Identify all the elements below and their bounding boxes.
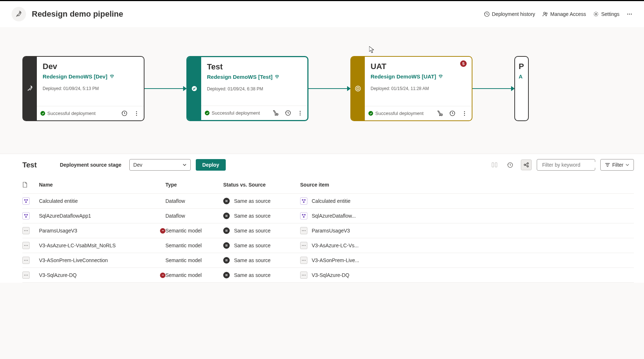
stage-side-test: [187, 57, 201, 120]
item-name: ParamsUsageV3: [39, 228, 77, 234]
stage-workspace-link[interactable]: A: [519, 73, 524, 80]
stage-name: UAT: [371, 62, 466, 71]
source-item-name: V3-SqlAzure-DQ: [312, 272, 349, 278]
svg-point-0: [19, 12, 20, 13]
lineage-button[interactable]: [521, 159, 532, 170]
svg-rect-38: [303, 201, 304, 203]
status-text: Successful deployment: [212, 110, 268, 116]
stage-history-button[interactable]: [119, 108, 129, 119]
page-title: Redesign demo pipeline: [32, 9, 123, 19]
status-text: Successful deployment: [47, 111, 117, 116]
filter-button[interactable]: Filter: [600, 159, 634, 171]
history-toolbar-button[interactable]: [505, 159, 516, 170]
table-row[interactable]: V3-ASonPrem-LiveConnectionSemantic model…: [22, 253, 634, 268]
stage-card-uat[interactable]: 5 UAT Redesign DemoWS [UAT] Deployed: 01…: [350, 56, 472, 121]
stage-workspace-link[interactable]: Redesign DemoWS [UAT]: [371, 73, 466, 80]
col-source[interactable]: Source item: [300, 182, 329, 188]
connector-arrow: [472, 88, 514, 89]
diamond-icon: [438, 74, 443, 79]
svg-point-10: [136, 113, 137, 114]
svg-point-5: [627, 14, 628, 15]
svg-rect-67: [162, 275, 164, 275]
item-type: Semantic model: [165, 243, 223, 248]
status-label: Same as source: [234, 243, 271, 248]
deployment-history-button[interactable]: Deployment history: [484, 11, 535, 17]
stage-name: P: [519, 62, 524, 71]
source-type-icon: [300, 227, 307, 234]
source-item-name: ParamsUsageV3: [312, 228, 350, 234]
table-row[interactable]: V3-AsAzure-LC-VsabMsit_NoRLSSemantic mod…: [22, 238, 634, 253]
source-type-icon: [300, 257, 307, 264]
table-row[interactable]: Calculated entitieDataflowSame as source…: [22, 194, 634, 209]
deploy-button[interactable]: Deploy: [196, 159, 226, 171]
svg-point-15: [300, 111, 301, 112]
stage-workspace-link[interactable]: Redesign DemoWS [Test]: [207, 74, 302, 80]
header-actions: Deployment history Manage Access Setting…: [484, 11, 632, 17]
status-label: Same as source: [234, 257, 271, 263]
source-item-name: V3-AsAzure-LC-Vs...: [312, 243, 359, 248]
table-row[interactable]: V3-SqlAzure-DQSemantic modelSame as sour…: [22, 268, 634, 283]
col-type[interactable]: Type: [165, 182, 223, 188]
cursor-icon: [369, 46, 375, 54]
svg-point-30: [527, 163, 528, 164]
success-icon: [368, 111, 373, 116]
item-name: V3-AsAzure-LC-VsabMsit_NoRLS: [39, 243, 116, 248]
svg-point-56: [303, 245, 304, 246]
item-name: SqlAzureDataflowApp1: [39, 213, 91, 219]
svg-point-58: [24, 260, 25, 261]
stage-body: UAT Redesign DemoWS [UAT] Deployed: 01/1…: [365, 57, 472, 120]
svg-rect-48: [162, 230, 164, 231]
col-status[interactable]: Status vs. Source: [223, 182, 300, 188]
settings-button[interactable]: Settings: [593, 11, 619, 17]
svg-rect-44: [303, 216, 304, 218]
svg-rect-40: [26, 214, 28, 215]
filter-text-field[interactable]: [542, 162, 605, 168]
svg-point-60: [27, 260, 28, 261]
svg-point-9: [136, 111, 137, 112]
pipeline-icon: [12, 7, 26, 21]
svg-point-63: [305, 260, 306, 261]
stage-workspace-link[interactable]: Redesign DemoWS [Dev]: [43, 73, 138, 80]
stage-card-dev[interactable]: Dev Redesign DemoWS [Dev] Deployed: 01/0…: [22, 56, 144, 121]
svg-point-2: [544, 12, 545, 14]
item-type-icon: [22, 197, 30, 205]
svg-point-31: [527, 166, 528, 167]
manage-access-button[interactable]: Manage Access: [543, 11, 586, 17]
stage-more-button[interactable]: [295, 108, 305, 118]
stage-rules-button[interactable]: [271, 108, 281, 118]
svg-point-25: [464, 115, 465, 116]
stage-deployed-time: Deployed: 01/15/24, 11:28 AM: [371, 86, 466, 106]
item-name: Calculated entitie: [39, 198, 78, 204]
stage-footer: Successful deployment: [37, 106, 144, 120]
stage-rules-button[interactable]: [435, 108, 445, 119]
source-stage-select[interactable]: Dev: [129, 159, 191, 171]
item-type-icon: [22, 257, 30, 264]
stage-card-prod[interactable]: P A: [514, 56, 529, 121]
more-button[interactable]: [627, 11, 632, 17]
compare-button[interactable]: [489, 159, 500, 170]
diamond-icon: [275, 74, 280, 80]
stage-more-button[interactable]: [131, 108, 142, 119]
svg-point-64: [24, 275, 25, 275]
source-item-name: V3-ASonPrem-Live...: [312, 257, 359, 263]
svg-point-3: [546, 13, 547, 14]
stage-card-test[interactable]: Test Redesign DemoWS [Test] Deployed: 01…: [186, 56, 308, 121]
svg-point-6: [629, 14, 630, 15]
filter-input[interactable]: [537, 159, 595, 171]
col-name[interactable]: Name: [39, 182, 165, 188]
detail-toolbar: Test Deployment source stage Dev Deploy …: [0, 154, 644, 176]
stage-history-button[interactable]: [447, 108, 457, 119]
rule-badge-icon: [160, 228, 165, 234]
stage-more-button[interactable]: [459, 108, 470, 119]
svg-point-69: [303, 275, 304, 275]
stage-history-button[interactable]: [283, 108, 293, 118]
source-type-icon: [300, 212, 307, 219]
svg-point-53: [26, 245, 26, 246]
status-text: Successful deployment: [375, 111, 433, 116]
status-label: Same as source: [234, 228, 271, 234]
svg-point-59: [26, 260, 26, 261]
rocket-icon: [27, 85, 33, 92]
svg-point-23: [464, 111, 465, 112]
table-row[interactable]: SqlAzureDataflowApp1DataflowSame as sour…: [22, 209, 634, 223]
table-row[interactable]: ParamsUsageV3Semantic modelSame as sourc…: [22, 223, 634, 238]
